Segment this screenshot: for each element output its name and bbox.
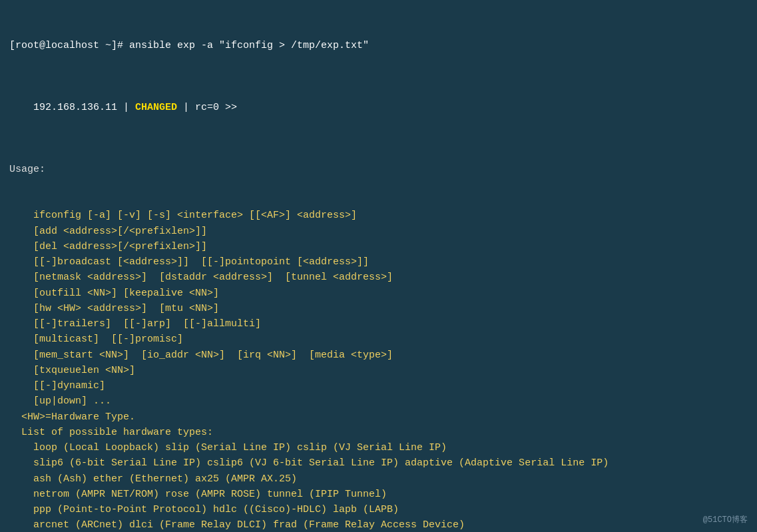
status-suffix: | rc=0 >>: [177, 102, 237, 113]
terminal-line: [hw <HW> <address>] [mtu <NN>]: [9, 301, 748, 316]
terminal-line: [[-]broadcast [<address>]] [[-]pointopoi…: [9, 254, 748, 270]
terminal-line: [multicast] [[-]promisc]: [9, 332, 748, 347]
terminal-line: ppp (Point-to-Point Protocol) hdlc ((Cis…: [9, 502, 748, 517]
status-line: 192.168.136.11 | CHANGED | rc=0 >>: [9, 84, 748, 131]
terminal-window: [root@localhost ~]# ansible exp -a "ifco…: [9, 7, 748, 525]
status-prefix: 192.168.136.11 |: [33, 102, 135, 113]
terminal-line: [txqueuelen <NN>]: [9, 363, 748, 378]
terminal-line: List of possible hardware types:: [9, 425, 748, 440]
prompt-line: [root@localhost ~]# ansible exp -a "ifco…: [9, 38, 748, 53]
terminal-line: ash (Ash) ether (Ethernet) ax25 (AMPR AX…: [9, 471, 748, 487]
terminal-line: [[-]trailers] [[-]arp] [[-]allmulti]: [9, 316, 748, 332]
terminal-line: netrom (AMPR NET/ROM) rose (AMPR ROSE) t…: [9, 487, 748, 502]
terminal-line: arcnet (ARCnet) dlci (Frame Relay DLCI) …: [9, 517, 748, 532]
terminal-line: [[-]dynamic]: [9, 378, 748, 394]
changed-badge: CHANGED: [135, 102, 177, 113]
terminal-line: <HW>=Hardware Type.: [9, 409, 748, 425]
terminal-line: [mem_start <NN>] [io_addr <NN>] [irq <NN…: [9, 348, 748, 363]
usage-label: Usage:: [9, 162, 748, 177]
terminal-line: [add <address>[/<prefixlen>]]: [9, 224, 748, 239]
terminal-line: [up|down] ...: [9, 394, 748, 409]
terminal-line: loop (Local Loopback) slip (Serial Line …: [9, 440, 748, 455]
terminal-line: [netmask <address>] [dstaddr <address>] …: [9, 270, 748, 285]
watermark: @51CTO博客: [703, 514, 748, 527]
terminal-line: slip6 (6-bit Serial Line IP) cslip6 (VJ …: [9, 455, 748, 471]
terminal-line: ifconfig [-a] [-v] [-s] <interface> [[<A…: [9, 208, 748, 223]
terminal-line: [outfill <NN>] [keepalive <NN>]: [9, 286, 748, 301]
output-lines: ifconfig [-a] [-v] [-s] <interface> [[<A…: [9, 208, 748, 532]
terminal-line: [del <address>[/<prefixlen>]]: [9, 239, 748, 254]
